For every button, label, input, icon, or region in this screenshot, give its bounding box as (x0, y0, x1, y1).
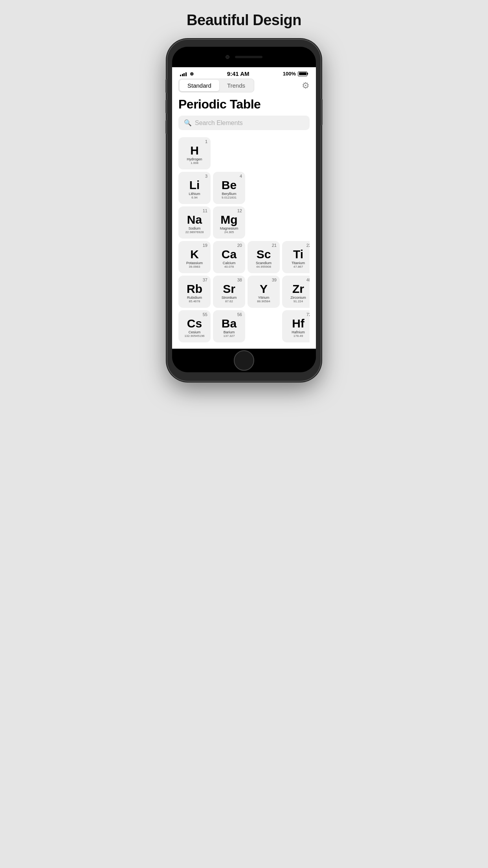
battery-icon (298, 72, 308, 76)
element-name: Barium (224, 330, 235, 334)
element-symbol: Cs (187, 318, 202, 329)
element-number: 21 (272, 243, 277, 248)
element-mass: 40.078 (224, 265, 234, 268)
period-row-6: 55 Cs Cesium 132.90545196 56 Ba Barium 1… (178, 310, 310, 342)
element-H[interactable]: 1 H Hydrogen 1.008 (178, 137, 211, 169)
element-number: 56 (237, 312, 242, 317)
element-Hf[interactable]: 72 Hf Hafnium 178.49 (282, 310, 310, 342)
element-number: 4 (240, 174, 242, 178)
element-Sr[interactable]: 38 Sr Strontium 87.62 (213, 276, 245, 308)
element-name: Zirconium (290, 296, 306, 300)
segment-control: Standard Trends ⚙ (178, 79, 310, 92)
phone-frame: ⊛ 9:41 AM 100% (167, 40, 321, 381)
period-row-2: 3 Li Lithium 6.94 4 Be Beryllium 9.01218… (178, 172, 310, 204)
element-symbol: Ba (222, 318, 237, 329)
element-name: Scandium (256, 261, 272, 265)
element-mass: 24.305 (224, 230, 234, 234)
signal-bar-1 (180, 75, 181, 76)
element-name: Hydrogen (187, 157, 202, 161)
element-number: 55 (203, 312, 207, 317)
phone-bottom (172, 349, 316, 372)
app-heading: Periodic Table (178, 97, 310, 112)
element-number: 40 (306, 278, 310, 282)
app-content: Standard Trends ⚙ Periodic Table 🔍 Searc… (172, 79, 316, 349)
element-symbol: Y (260, 283, 268, 295)
element-mass: 88.90584 (257, 300, 270, 303)
element-number: 22 (306, 243, 310, 248)
element-mass: 6.94 (191, 196, 198, 199)
element-Na[interactable]: 11 Na Sodium 22.98976928 (178, 206, 211, 239)
signal-bar-3 (183, 73, 185, 76)
tab-trends[interactable]: Trends (219, 80, 253, 91)
element-name: Potassium (186, 261, 203, 265)
element-symbol: Sr (223, 283, 235, 295)
battery-tip (307, 73, 308, 75)
element-mass: 39.0983 (189, 265, 200, 268)
element-Mg[interactable]: 12 Mg Magnesium 24.305 (213, 206, 245, 239)
status-bar: ⊛ 9:41 AM 100% (172, 67, 316, 79)
home-button[interactable] (234, 350, 254, 371)
element-symbol: Zr (292, 283, 304, 295)
period-row-4: 19 K Potassium 39.0983 20 Ca Calcium 40.… (178, 241, 310, 273)
element-mass: 22.98976928 (185, 230, 204, 234)
element-symbol: Be (222, 179, 237, 191)
screen: ⊛ 9:41 AM 100% (172, 67, 316, 349)
element-name: Titanium (292, 261, 305, 265)
battery-percent: 100% (283, 71, 296, 77)
element-symbol: Ca (222, 248, 237, 260)
element-name: Lithium (189, 192, 200, 196)
element-Cs[interactable]: 55 Cs Cesium 132.90545196 (178, 310, 211, 342)
element-mass: 9.0121831 (222, 196, 237, 199)
element-Zr[interactable]: 40 Zr Zirconium 91.224 (282, 276, 310, 308)
element-name: Beryllium (222, 192, 236, 196)
settings-button[interactable]: ⚙ (302, 81, 310, 91)
element-mass: 47.867 (294, 265, 303, 268)
element-Y[interactable]: 39 Y Yttrium 88.90584 (248, 276, 280, 308)
element-Sc[interactable]: 21 Sc Scandium 44.955908 (248, 241, 280, 273)
wifi-icon: ⊛ (190, 71, 194, 77)
element-mass: 44.955908 (256, 265, 271, 268)
element-symbol: K (190, 248, 199, 260)
element-symbol: Hf (292, 318, 305, 329)
element-number: 12 (237, 208, 242, 213)
search-bar[interactable]: 🔍 Search Elements (178, 116, 310, 130)
element-Li[interactable]: 3 Li Lithium 6.94 (178, 172, 211, 204)
element-symbol: Ti (293, 248, 303, 260)
element-mass: 87.62 (225, 300, 233, 303)
element-Ca[interactable]: 20 Ca Calcium 40.078 (213, 241, 245, 273)
periodic-table: 1 H Hydrogen 1.008 3 Li Lithium 6.94 (178, 137, 310, 342)
element-name: Sodium (189, 226, 201, 230)
element-symbol: Rb (187, 283, 202, 295)
element-name: Calcium (223, 261, 236, 265)
element-name: Strontium (222, 296, 237, 300)
element-symbol: Mg (220, 214, 237, 226)
element-mass: 91.224 (294, 300, 303, 303)
element-name: Yttrium (258, 296, 270, 300)
element-number: 19 (203, 243, 207, 248)
element-mass: 132.90545196 (184, 334, 204, 338)
element-name: Rubidium (187, 296, 202, 300)
period-row-3: 11 Na Sodium 22.98976928 12 Mg Magnesium… (178, 206, 310, 239)
period-row-1: 1 H Hydrogen 1.008 (178, 137, 310, 169)
element-name: Magnesium (220, 226, 238, 230)
status-left: ⊛ (180, 71, 194, 77)
element-empty (248, 310, 280, 342)
signal-bar-2 (182, 74, 183, 76)
status-time: 9:41 AM (227, 70, 250, 77)
element-K[interactable]: 19 K Potassium 39.0983 (178, 241, 211, 273)
element-number: 3 (205, 174, 207, 178)
element-Rb[interactable]: 37 Rb Rubidium 85.4678 (178, 276, 211, 308)
element-name: Hafnium (292, 330, 305, 334)
element-Ti[interactable]: 22 Ti Titanium 47.867 (282, 241, 310, 273)
element-Be[interactable]: 4 Be Beryllium 9.0121831 (213, 172, 245, 204)
element-mass: 1.008 (191, 161, 198, 165)
element-mass: 85.4678 (189, 300, 200, 303)
battery-fill (299, 72, 306, 75)
element-number: 20 (237, 243, 242, 248)
element-number: 38 (237, 278, 242, 282)
tab-standard[interactable]: Standard (180, 80, 219, 91)
element-mass: 137.327 (224, 334, 235, 338)
signal-bars (180, 72, 187, 76)
element-Ba[interactable]: 56 Ba Barium 137.327 (213, 310, 245, 342)
segment-group: Standard Trends (178, 79, 254, 92)
